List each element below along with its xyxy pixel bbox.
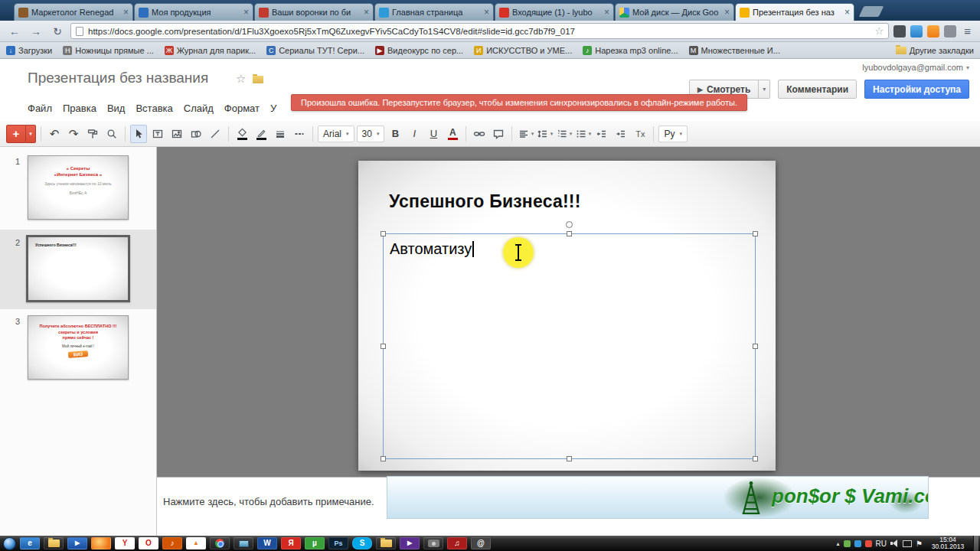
bookmark-item[interactable]: ♪Нарезка mp3 online...: [583, 46, 678, 55]
underline-button[interactable]: U: [425, 125, 442, 143]
taskbar-icon-audio[interactable]: ♫: [447, 537, 467, 549]
extension-icon-1[interactable]: [893, 25, 906, 37]
insert-link-button[interactable]: [471, 125, 488, 143]
browser-menu-icon[interactable]: ≡: [961, 24, 974, 37]
font-family-select[interactable]: Arial▾: [318, 126, 354, 142]
taskbar-icon-opera[interactable]: O: [139, 537, 158, 549]
resize-handle-sw[interactable]: [381, 456, 386, 461]
taskbar-icon-media-player[interactable]: ▶: [67, 537, 87, 549]
select-tool-button[interactable]: [130, 125, 147, 143]
insert-image-button[interactable]: [168, 125, 185, 143]
taskbar-icon-yandex-browser[interactable]: Я: [281, 537, 301, 549]
forward-button[interactable]: →: [28, 23, 44, 40]
tab-close-icon[interactable]: ×: [123, 8, 129, 17]
language-indicator[interactable]: RU: [876, 540, 887, 548]
zoom-button[interactable]: [103, 125, 120, 143]
network-icon[interactable]: [903, 540, 912, 547]
bulleted-list-button[interactable]: ▾: [574, 125, 591, 143]
new-tab-button[interactable]: [859, 6, 884, 17]
italic-button[interactable]: I: [406, 125, 423, 143]
slide-thumbnail-2-selected[interactable]: Успешного Бизнеса!!!: [26, 235, 130, 302]
input-tools-select[interactable]: Ру▾: [658, 126, 688, 142]
tab-close-icon[interactable]: ×: [604, 8, 609, 17]
tray-icon-3[interactable]: [865, 540, 872, 547]
slide-thumbnail-1[interactable]: « Секреты «Интернет Бизнеса » Здесь учен…: [28, 155, 129, 220]
taskbar-icon-camera[interactable]: [423, 537, 443, 549]
taskbar-icon-ie[interactable]: e: [20, 537, 40, 549]
taskbar-icon-mail[interactable]: @: [471, 537, 491, 549]
plus-icon[interactable]: +: [6, 125, 26, 143]
browser-tab-2[interactable]: Моя продукция ×: [134, 3, 253, 21]
menu-file[interactable]: Файл: [28, 103, 52, 114]
taskbar-icon-utorrent[interactable]: µ: [305, 537, 325, 549]
menu-insert[interactable]: Вставка: [136, 103, 172, 114]
taskbar-icon-winamp[interactable]: ♪: [162, 537, 182, 549]
url-text[interactable]: https://docs.google.com/presentation/d/1…: [88, 27, 871, 36]
tab-close-icon[interactable]: ×: [364, 8, 369, 17]
star-document-icon[interactable]: ☆: [236, 72, 246, 86]
taskbar-icon-explorer[interactable]: [44, 537, 64, 549]
back-button[interactable]: ←: [6, 23, 23, 40]
extension-icon-2[interactable]: [944, 25, 956, 37]
clear-formatting-button[interactable]: Tx: [632, 125, 648, 143]
ad-text[interactable]: pon$or $ Vami.com: [772, 484, 929, 508]
bookmark-item[interactable]: ▶Видеокурс по сер...: [375, 46, 463, 55]
taskbar-icon-chrome[interactable]: [210, 537, 230, 549]
line-spacing-button[interactable]: ▾: [536, 125, 553, 143]
fill-color-button[interactable]: [234, 125, 250, 143]
notes-placeholder[interactable]: Нажмите здесь, чтобы добавить примечание…: [163, 496, 374, 507]
taskbar-clock[interactable]: 15:04 30.01.2013: [926, 536, 969, 551]
browser-tab-gmail[interactable]: Входящие (1) - lyubo ×: [495, 3, 614, 21]
hidden-icons-arrow[interactable]: ▴: [837, 540, 840, 547]
browser-tab-active-presentation[interactable]: Презентация без наз ×: [735, 3, 854, 21]
tab-close-icon[interactable]: ×: [484, 8, 489, 17]
reload-button[interactable]: ↻: [49, 23, 66, 40]
insert-line-button[interactable]: [207, 125, 224, 143]
taskbar-icon-yandex[interactable]: Y: [115, 537, 135, 549]
undo-button[interactable]: ↶: [46, 125, 63, 143]
document-title[interactable]: Презентация без названия: [28, 70, 208, 86]
bold-button[interactable]: B: [387, 125, 403, 143]
bookmark-item[interactable]: ММножественные И...: [689, 46, 780, 55]
menu-slide[interactable]: Слайд: [184, 103, 214, 114]
redo-button[interactable]: ↷: [65, 125, 82, 143]
slide-thumbnail-3[interactable]: Получите абсолютно БЕСПЛАТНО !!! секреты…: [28, 315, 129, 380]
action-center-flag-icon[interactable]: ⚑: [916, 540, 923, 548]
slide-title-text[interactable]: Успешного Бизнеса!!!: [389, 191, 581, 212]
resize-handle-se[interactable]: [753, 456, 758, 461]
move-to-folder-icon[interactable]: [253, 76, 263, 83]
browser-tab-1[interactable]: Маркетолог Renegad ×: [14, 3, 133, 21]
tab-close-icon[interactable]: ×: [724, 8, 730, 17]
paint-format-button[interactable]: [84, 125, 101, 143]
other-bookmarks[interactable]: Другие закладки: [896, 46, 974, 55]
insert-shape-button[interactable]: [188, 125, 204, 143]
taskbar-icon-vlc[interactable]: ▲: [186, 537, 206, 549]
align-button[interactable]: ▾: [517, 125, 534, 143]
menu-view[interactable]: Вид: [107, 103, 126, 114]
taskbar-icon-skype[interactable]: S: [352, 537, 372, 549]
resize-handle-nw[interactable]: [381, 231, 386, 236]
taskbar-icon-player[interactable]: ▶: [400, 537, 420, 549]
resize-handle-s[interactable]: [567, 456, 572, 461]
bookmark-item[interactable]: ИИСКУССТВО и УМЕ...: [474, 46, 572, 55]
start-button[interactable]: [3, 537, 16, 550]
resize-handle-w[interactable]: [381, 344, 386, 349]
bookmark-star-icon[interactable]: ☆: [875, 25, 884, 37]
browser-tab-3[interactable]: Ваши воронки по би ×: [254, 3, 374, 21]
browser-tab-4[interactable]: Главная страница ×: [374, 3, 494, 21]
line-dash-button[interactable]: [291, 125, 308, 143]
increase-indent-button[interactable]: [612, 125, 629, 143]
resize-handle-n[interactable]: [567, 231, 572, 236]
bookmark-item[interactable]: ССериалы ТУТ! Сери...: [266, 46, 364, 55]
numbered-list-button[interactable]: ▾: [555, 125, 572, 143]
insert-comment-button[interactable]: [490, 125, 507, 143]
taskbar-icon-folder[interactable]: [376, 537, 396, 549]
font-size-select[interactable]: 30▾: [357, 126, 385, 142]
tab-close-icon[interactable]: ×: [844, 8, 850, 17]
tab-close-icon[interactable]: ×: [243, 8, 249, 17]
line-weight-button[interactable]: [272, 125, 289, 143]
browser-tab-drive[interactable]: Мой диск — Диск Goo ×: [615, 3, 734, 21]
taskbar-icon-firefox[interactable]: [91, 537, 111, 549]
tray-icon-1[interactable]: [844, 540, 851, 547]
bookmark-downloads[interactable]: ↓Загрузки: [6, 46, 52, 55]
